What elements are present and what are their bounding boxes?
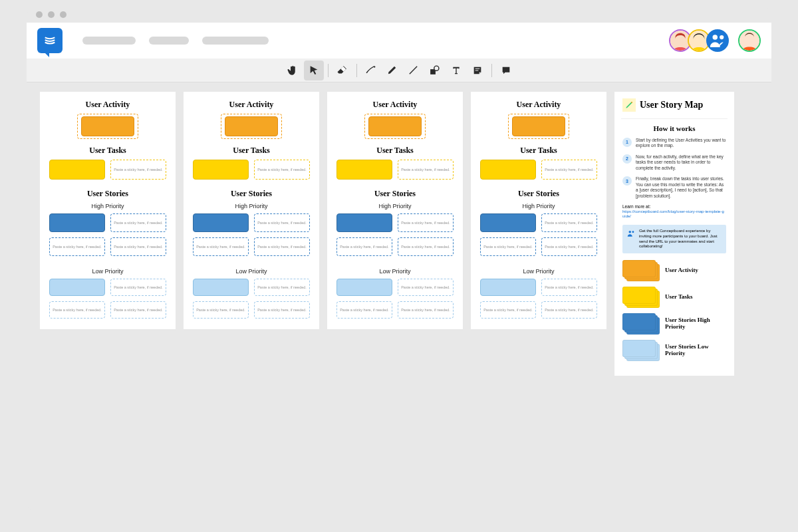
task-card[interactable] bbox=[49, 160, 105, 180]
story-slot[interactable]: Paste a sticky here, if needed. bbox=[541, 237, 597, 256]
story-slot[interactable]: Paste a sticky here, if needed. bbox=[254, 279, 310, 296]
story-slot[interactable]: Paste a sticky here, if needed. bbox=[336, 237, 392, 256]
activity-slot[interactable] bbox=[508, 114, 569, 139]
section-heading: User Stories bbox=[334, 189, 456, 199]
marker-tool[interactable] bbox=[382, 61, 402, 80]
section-heading: User Tasks bbox=[47, 146, 169, 156]
toolbar-separator bbox=[356, 64, 357, 77]
section-heading: User Activity bbox=[334, 100, 456, 110]
activity-slot[interactable] bbox=[221, 114, 282, 139]
svg-point-12 bbox=[632, 231, 634, 233]
story-slot[interactable]: Paste a sticky here, if needed. bbox=[49, 237, 105, 256]
breadcrumb-item[interactable] bbox=[202, 37, 269, 45]
story-card-high[interactable] bbox=[336, 213, 392, 232]
priority-label: High Priority bbox=[190, 203, 313, 209]
activity-card[interactable] bbox=[512, 116, 565, 136]
avatar-self[interactable] bbox=[738, 29, 761, 52]
participants bbox=[673, 29, 761, 52]
svg-point-7 bbox=[745, 34, 753, 43]
learn-more: Learn more at:https://conceptboard.com/b… bbox=[622, 204, 726, 218]
activity-slot[interactable] bbox=[77, 114, 138, 139]
task-slot[interactable]: Paste a sticky here, if needed. bbox=[398, 160, 454, 180]
story-slot[interactable]: Paste a sticky here, if needed. bbox=[110, 301, 166, 319]
story-slot[interactable]: Paste a sticky here, if needed. bbox=[541, 213, 597, 232]
story-slot[interactable]: Paste a sticky here, if needed. bbox=[541, 301, 597, 319]
learn-more-link[interactable]: https://conceptboard.com/blog/user-story… bbox=[622, 209, 724, 218]
story-card-high[interactable] bbox=[193, 213, 249, 232]
line-tool[interactable] bbox=[404, 61, 424, 80]
story-slot[interactable]: Paste a sticky here, if needed. bbox=[254, 237, 310, 256]
text-tool[interactable] bbox=[446, 61, 466, 80]
activity-card[interactable] bbox=[368, 116, 422, 136]
activity-card[interactable] bbox=[81, 116, 134, 136]
priority-label: High Priority bbox=[334, 203, 456, 209]
story-slot[interactable]: Paste a sticky here, if needed. bbox=[254, 301, 310, 319]
svg-point-11 bbox=[629, 231, 632, 233]
breadcrumb-item[interactable] bbox=[82, 37, 136, 45]
sticky-tool[interactable] bbox=[467, 61, 487, 80]
story-column[interactable]: User Activity User Tasks Paste a sticky … bbox=[184, 92, 319, 329]
comment-tool[interactable] bbox=[496, 61, 516, 80]
task-card[interactable] bbox=[336, 160, 392, 180]
story-slot[interactable]: Paste a sticky here, if needed. bbox=[49, 301, 105, 319]
breadcrumb-item[interactable] bbox=[149, 37, 189, 45]
toolbar-separator bbox=[491, 64, 492, 77]
task-card[interactable] bbox=[480, 160, 536, 180]
traffic-light-min[interactable] bbox=[48, 11, 55, 18]
traffic-light-close[interactable] bbox=[36, 11, 43, 18]
story-slot[interactable]: Paste a sticky here, if needed. bbox=[398, 279, 454, 296]
hand-tool[interactable] bbox=[283, 61, 303, 80]
tip-box: Get the full Conceptboard experience by … bbox=[622, 225, 726, 253]
add-participants-button[interactable] bbox=[706, 29, 729, 52]
story-slot[interactable]: Paste a sticky here, if needed. bbox=[398, 301, 454, 319]
step-item: 1Start by defining the User Activities y… bbox=[622, 138, 726, 149]
story-card-low[interactable] bbox=[480, 279, 536, 296]
story-slot[interactable]: Paste a sticky here, if needed. bbox=[541, 279, 597, 296]
story-card-low[interactable] bbox=[336, 279, 392, 296]
story-card-high[interactable] bbox=[49, 213, 105, 232]
story-slot[interactable]: Paste a sticky here, if needed. bbox=[480, 301, 536, 319]
panel-title: User Story Map bbox=[622, 98, 726, 112]
section-heading: User Activity bbox=[47, 100, 169, 110]
story-slot[interactable]: Paste a sticky here, if needed. bbox=[110, 279, 166, 296]
story-slot[interactable]: Paste a sticky here, if needed. bbox=[110, 213, 166, 232]
select-tool[interactable] bbox=[304, 61, 324, 80]
story-slot[interactable]: Paste a sticky here, if needed. bbox=[110, 237, 166, 256]
task-slot[interactable]: Paste a sticky here, if needed. bbox=[541, 160, 597, 180]
priority-label: Low Priority bbox=[47, 268, 169, 275]
story-column[interactable]: User Activity User Tasks Paste a sticky … bbox=[40, 92, 176, 329]
priority-label: Low Priority bbox=[477, 268, 600, 275]
story-slot[interactable]: Paste a sticky here, if needed. bbox=[398, 213, 454, 232]
story-slot[interactable]: Paste a sticky here, if needed. bbox=[480, 237, 536, 256]
shape-tool[interactable] bbox=[425, 61, 445, 80]
story-card-low[interactable] bbox=[193, 279, 249, 296]
top-bar bbox=[27, 23, 771, 59]
activity-card[interactable] bbox=[225, 116, 278, 136]
legend-item: User Tasks bbox=[622, 287, 726, 307]
story-column[interactable]: User Activity User Tasks Paste a sticky … bbox=[471, 92, 606, 329]
priority-label: High Priority bbox=[477, 203, 600, 209]
section-heading: User Activity bbox=[190, 100, 313, 110]
story-slot[interactable]: Paste a sticky here, if needed. bbox=[254, 213, 310, 232]
story-card-high[interactable] bbox=[480, 213, 536, 232]
priority-label: Low Priority bbox=[190, 268, 313, 275]
app-logo[interactable] bbox=[37, 28, 63, 53]
traffic-light-max[interactable] bbox=[60, 11, 66, 18]
story-slot[interactable]: Paste a sticky here, if needed. bbox=[398, 237, 454, 256]
pen-tool[interactable] bbox=[361, 61, 381, 80]
users-icon bbox=[626, 229, 636, 249]
eraser-tool[interactable] bbox=[332, 61, 352, 80]
svg-point-5 bbox=[720, 35, 724, 39]
task-slot[interactable]: Paste a sticky here, if needed. bbox=[110, 160, 166, 180]
story-column[interactable]: User Activity User Tasks Paste a sticky … bbox=[327, 92, 463, 329]
activity-slot[interactable] bbox=[364, 114, 426, 139]
task-slot[interactable]: Paste a sticky here, if needed. bbox=[254, 160, 310, 180]
window-chrome bbox=[27, 7, 771, 23]
story-slot[interactable]: Paste a sticky here, if needed. bbox=[193, 237, 249, 256]
story-slot[interactable]: Paste a sticky here, if needed. bbox=[336, 301, 392, 319]
story-slot[interactable]: Paste a sticky here, if needed. bbox=[193, 301, 249, 319]
task-card[interactable] bbox=[193, 160, 249, 180]
story-card-low[interactable] bbox=[49, 279, 105, 296]
board-canvas[interactable]: User Activity User Tasks Paste a sticky … bbox=[27, 82, 771, 385]
app-window: User Activity User Tasks Paste a sticky … bbox=[27, 7, 771, 512]
